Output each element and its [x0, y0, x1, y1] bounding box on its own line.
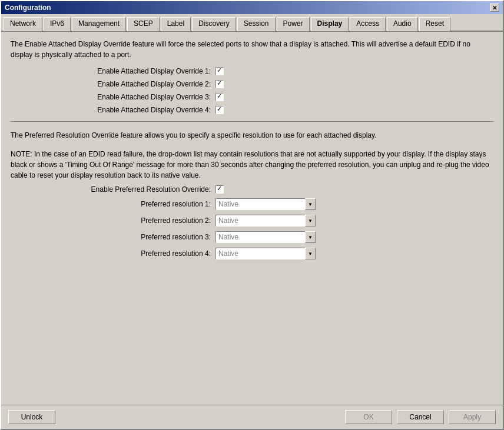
- override-label-4: Enable Attached Display Override 4:: [46, 106, 211, 114]
- window-title: Configuration: [5, 4, 51, 12]
- override-row-4: Enable Attached Display Override 4:: [11, 106, 493, 114]
- tab-display[interactable]: Display: [311, 17, 349, 31]
- override-checkbox-wrapper-2: [215, 80, 224, 88]
- enable-preferred-label: Enable Preferred Resolution Override:: [46, 185, 211, 194]
- footer-right-buttons: OK Cancel Apply: [345, 410, 496, 424]
- tab-scep[interactable]: SCEP: [127, 17, 160, 31]
- resolution-label-1: Preferred resolution 1:: [46, 200, 211, 208]
- enable-preferred-row: Enable Preferred Resolution Override:: [11, 185, 493, 194]
- resolution-select-3[interactable]: Native: [215, 231, 316, 243]
- resolution-label-4: Preferred resolution 4:: [46, 249, 211, 258]
- resolution-label-2: Preferred resolution 2:: [46, 216, 211, 225]
- override-checkbox-2[interactable]: [215, 80, 224, 88]
- override-checkbox-wrapper-3: [215, 93, 224, 101]
- resolution-select-wrapper-2: Native ▼: [215, 215, 316, 226]
- tab-power[interactable]: Power: [277, 17, 310, 31]
- ok-button[interactable]: OK: [345, 410, 392, 424]
- cancel-button[interactable]: Cancel: [397, 410, 444, 424]
- resolution-select-wrapper-4: Native ▼: [215, 248, 316, 259]
- enable-preferred-checkbox[interactable]: [215, 185, 224, 194]
- resolution-select-wrapper-3: Native ▼: [215, 231, 316, 243]
- resolution-row-3: Preferred resolution 3: Native ▼: [11, 231, 493, 243]
- tabs-bar: Network IPv6 Management SCEP Label Disco…: [1, 14, 503, 32]
- enable-preferred-checkbox-wrapper: [215, 185, 224, 194]
- resolution-select-4[interactable]: Native: [215, 248, 316, 259]
- override-row-2: Enable Attached Display Override 2:: [11, 80, 493, 88]
- tab-label[interactable]: Label: [161, 17, 191, 31]
- unlock-button[interactable]: Unlock: [8, 410, 55, 424]
- tab-access[interactable]: Access: [350, 17, 386, 31]
- close-button[interactable]: ✕: [490, 4, 499, 12]
- override-label-1: Enable Attached Display Override 1:: [46, 67, 211, 75]
- resolution-row-2: Preferred resolution 2: Native ▼: [11, 215, 493, 226]
- section-divider: [11, 121, 493, 122]
- resolution-note: NOTE: In the case of an EDID read failur…: [11, 149, 493, 181]
- resolution-row-1: Preferred resolution 1: Native ▼: [11, 198, 493, 210]
- override-checkbox-wrapper-1: [215, 67, 224, 75]
- tab-network[interactable]: Network: [4, 17, 42, 31]
- tab-audio[interactable]: Audio: [387, 17, 418, 31]
- tab-reset[interactable]: Reset: [419, 17, 450, 31]
- title-bar: Configuration ✕: [1, 1, 503, 14]
- tab-ipv6[interactable]: IPv6: [44, 17, 71, 31]
- override-checkbox-3[interactable]: [215, 93, 224, 101]
- resolution-select-1[interactable]: Native: [215, 198, 316, 210]
- apply-button[interactable]: Apply: [449, 410, 496, 424]
- override-checkbox-wrapper-4: [215, 106, 224, 114]
- resolution-row-4: Preferred resolution 4: Native ▼: [11, 248, 493, 259]
- tab-management[interactable]: Management: [72, 17, 126, 31]
- override-label-2: Enable Attached Display Override 2:: [46, 80, 211, 88]
- resolution-select-wrapper-1: Native ▼: [215, 198, 316, 210]
- tab-session[interactable]: Session: [237, 17, 276, 31]
- override-row-3: Enable Attached Display Override 3:: [11, 93, 493, 101]
- override-checkbox-4[interactable]: [215, 106, 224, 114]
- resolution-select-2[interactable]: Native: [215, 215, 316, 226]
- override-description: The Enable Attached Display Override fea…: [11, 39, 493, 60]
- override-checkbox-1[interactable]: [215, 67, 224, 75]
- main-content: The Enable Attached Display Override fea…: [1, 32, 503, 405]
- override-label-3: Enable Attached Display Override 3:: [46, 93, 211, 101]
- resolution-description: The Preferred Resolution Override featur…: [11, 130, 493, 141]
- resolution-label-3: Preferred resolution 3:: [46, 233, 211, 241]
- footer: Unlock OK Cancel Apply: [1, 405, 503, 429]
- tab-discovery[interactable]: Discovery: [192, 17, 236, 31]
- override-row-1: Enable Attached Display Override 1:: [11, 67, 493, 75]
- configuration-window: Configuration ✕ Network IPv6 Management …: [0, 0, 504, 430]
